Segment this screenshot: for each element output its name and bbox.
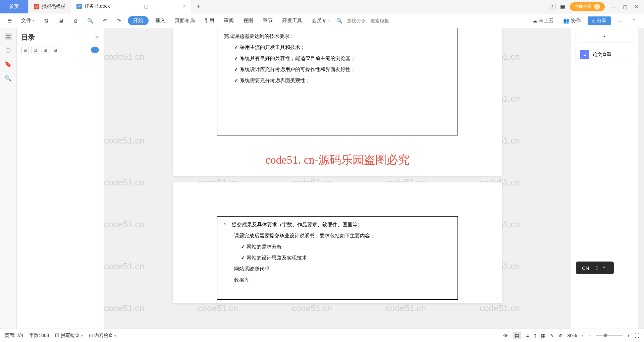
spellcheck-toggle[interactable]: ☑ 拼写检查 ▾ — [55, 333, 83, 339]
word-count[interactable]: 字数: 868 — [29, 333, 49, 339]
file-menu[interactable]: 文件 ▾ — [18, 16, 37, 25]
statusbar-right: 👁 ▤ ≡ ▯ ▦ ✎ ⊕ 80% ▾ − + ⛶ — [503, 332, 639, 339]
ime-lang: CN — [582, 265, 589, 271]
maximize-icon[interactable]: ▢ — [622, 3, 629, 11]
tab-member[interactable]: 会员专› — [309, 16, 332, 25]
watermark: code51.cn — [104, 177, 144, 188]
tab-devtools[interactable]: 开发工具 — [279, 16, 305, 25]
new-tab-button[interactable]: + — [192, 3, 205, 10]
cloud-status[interactable]: ☁未上云 — [530, 16, 556, 25]
doc-text: 采用主流的开发工具和技术； — [224, 42, 451, 53]
fold-button[interactable]: ⌃ — [576, 33, 633, 43]
chat-icon[interactable] — [91, 47, 99, 53]
watermark: code51.cn — [104, 261, 144, 272]
text-box: 2．提交成果及具体要求（字数、作品要求、软硬件、图量等） 课题完成后需要提交毕业… — [217, 216, 458, 300]
document-page-2: 2．提交成果及具体要求（字数、作品要求、软硬件、图量等） 课题完成后需要提交毕业… — [173, 182, 502, 303]
doc-text: 系统具有良好的兼容性，能适应目前主流的浏览器； — [224, 53, 451, 64]
zoom-out-icon[interactable]: − — [588, 333, 591, 338]
layout-icon[interactable]: 1 — [550, 4, 555, 9]
watermark: code51.cn — [198, 303, 238, 314]
tab-start[interactable]: 开始 — [128, 16, 149, 25]
tab-insert[interactable]: 插入 — [153, 16, 168, 25]
ime-indicator[interactable]: CN ☽ ° , — [576, 262, 614, 274]
plagiarism-check-button[interactable]: ≡ 论文查重 — [576, 47, 633, 62]
view-page-icon[interactable]: ▤ — [513, 332, 521, 339]
doc-text: 完成课题需要达到的技术要求： — [224, 31, 451, 42]
chevron-up-icon[interactable]: ⌃ — [630, 16, 639, 25]
doc-text: 网站的设计思路及实现技术 — [224, 252, 451, 264]
people-icon: 👥 — [563, 18, 570, 24]
word-icon: W — [76, 4, 82, 9]
outline-header: 目录 × — [21, 33, 99, 42]
outline-tools: ⊟ ⊡ ⊞ ⊟ — [21, 47, 99, 54]
tab-chapter[interactable]: 章节 — [260, 16, 275, 25]
undo-icon[interactable]: ↶ — [100, 16, 110, 25]
watermark-banner: code51. cn-源码乐园盗图必究 — [193, 152, 482, 168]
view-reading-icon[interactable]: ▯ — [534, 333, 536, 338]
tab-reference[interactable]: 引用 — [202, 16, 217, 25]
redo-icon[interactable]: ↷ — [114, 16, 124, 25]
find-icon[interactable]: 🔍 — [5, 75, 12, 82]
zoom-fit-icon[interactable]: ⊕ — [559, 333, 563, 338]
tab-view[interactable]: 视图 — [240, 16, 256, 25]
collab-button[interactable]: 👥协作 — [560, 16, 584, 25]
doc-text: 系统需要充分考虑界面美观性； — [224, 75, 451, 86]
save-icon[interactable]: 🖫 — [41, 16, 52, 25]
page-indicator[interactable]: 页面: 2/4 — [5, 333, 23, 339]
tab-template[interactable]: D 找稻壳模板 — [29, 0, 71, 13]
bookmark-icon[interactable]: 🔖 — [5, 61, 12, 68]
tab-layout[interactable]: 页面布局 — [172, 16, 198, 25]
watermark: code51.cn — [104, 219, 144, 230]
close-window-icon[interactable]: ✕ — [633, 3, 640, 11]
document-viewport[interactable]: code51.cn code51.cn code51.cn code51.cn … — [104, 28, 571, 329]
share-icon: ⎋ — [592, 18, 595, 23]
toolbar: ☰ 文件 ▾ 🖫 🖫 🖨 🔍 ↶ ↷ 开始 插入 页面布局 引用 审阅 视图 章… — [0, 13, 644, 28]
more-icon[interactable]: ⋯ — [615, 16, 626, 25]
close-icon[interactable]: × — [182, 3, 186, 10]
print-icon[interactable]: 🖨 — [70, 16, 80, 25]
tab-review[interactable]: 审阅 — [221, 16, 236, 25]
avatar-icon — [594, 4, 600, 10]
edit-icon[interactable]: ✎ — [550, 333, 554, 338]
content-check-toggle[interactable]: ⊡ 内容检查 ▾ — [89, 333, 116, 339]
outline-icon[interactable]: ☰ — [5, 33, 12, 40]
zoom-dropdown[interactable]: ▾ — [582, 333, 584, 338]
fullscreen-icon[interactable]: ⛶ — [635, 333, 639, 338]
collapse-all-icon[interactable]: ⊟ — [21, 47, 29, 54]
expand-all-icon[interactable]: ⊡ — [32, 47, 39, 54]
doc-text: 系统设计应充分考虑用户的可操作性和界面友好性； — [224, 64, 451, 75]
search-input[interactable] — [347, 18, 404, 23]
vertical-scrollbar[interactable] — [638, 28, 644, 329]
zoom-in-icon[interactable]: + — [627, 333, 630, 338]
zoom-level[interactable]: 80% — [568, 333, 577, 338]
eye-icon[interactable]: 👁 — [503, 333, 508, 338]
add-item-icon[interactable]: ⊞ — [42, 47, 49, 54]
save-as-icon[interactable]: 🖫 — [56, 16, 66, 25]
tab-label: 任务书.docx — [85, 3, 110, 9]
statusbar: 页面: 2/4 字数: 868 ☑ 拼写检查 ▾ ⊡ 内容检查 ▾ 👁 ▤ ≡ … — [0, 329, 644, 342]
zoom-slider[interactable] — [596, 335, 623, 336]
apps-icon[interactable]: ▦ — [560, 3, 565, 10]
share-button[interactable]: ⎋分享 — [588, 16, 611, 25]
clipboard-icon[interactable]: 📋 — [5, 47, 12, 54]
login-button[interactable]: 立即登录 — [570, 2, 605, 11]
remove-item-icon[interactable]: ⊟ — [52, 47, 59, 54]
right-panel: ⌃ ≡ 论文查重 — [571, 28, 638, 329]
preview-icon[interactable]: 🔍 — [85, 16, 96, 25]
menu-icon[interactable]: ☰ — [5, 16, 14, 25]
ime-mode: ° , — [603, 265, 608, 271]
view-web-icon[interactable]: ▦ — [541, 333, 545, 338]
text-box: 完成课题需要达到的技术要求： 采用主流的开发工具和技术； 系统具有良好的兼容性，… — [217, 28, 458, 135]
template-icon: D — [34, 4, 39, 9]
tab-maximize-icon[interactable]: ▢ — [144, 4, 148, 9]
outline-panel: 目录 × ⊟ ⊡ ⊞ ⊟ — [17, 28, 104, 329]
minimize-icon[interactable]: — — [609, 3, 617, 11]
document-check-icon: ≡ — [580, 50, 589, 59]
close-outline-icon[interactable]: × — [95, 34, 99, 41]
tab-home[interactable]: 首页 — [0, 0, 29, 13]
login-label: 立即登录 — [575, 4, 592, 10]
watermark: code51.cn — [292, 303, 332, 314]
tab-document[interactable]: W 任务书.docx ▢ × — [71, 0, 192, 13]
view-outline-icon[interactable]: ≡ — [526, 333, 529, 338]
content-area: ☰ 📋 🔖 🔍 目录 × ⊟ ⊡ ⊞ ⊟ code51.cn code51.cn… — [0, 28, 644, 329]
